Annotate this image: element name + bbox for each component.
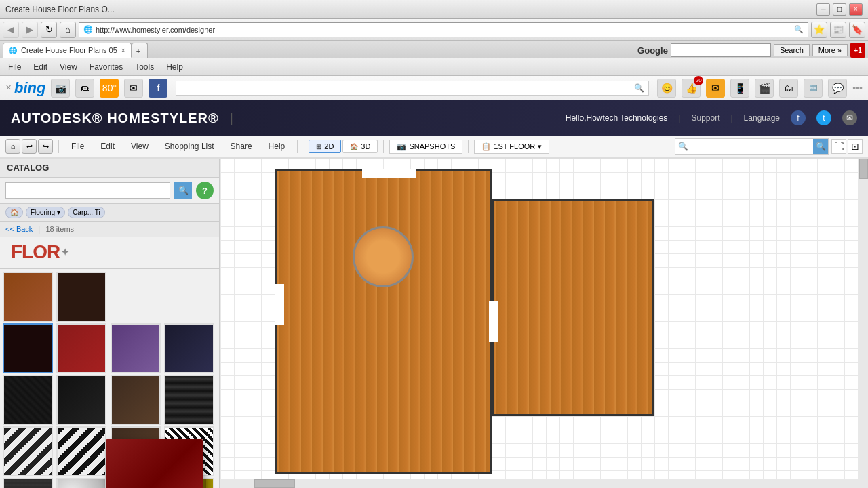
- catalog-help-button[interactable]: ?: [196, 182, 214, 199]
- maximize-button[interactable]: □: [833, 3, 846, 16]
- bing-icon-6[interactable]: 🗂: [779, 79, 798, 98]
- active-tab[interactable]: 🌐 Create House Floor Plans 05 ×: [3, 43, 132, 58]
- back-link[interactable]: << Back: [5, 225, 33, 233]
- app-menu-edit[interactable]: Edit: [94, 139, 121, 154]
- bing-coupon-icon[interactable]: 🎟: [75, 79, 94, 98]
- bing-icon-4[interactable]: 📱: [730, 79, 749, 98]
- zoom-in-button[interactable]: ⛶: [831, 139, 846, 154]
- google-label: Google: [637, 45, 668, 56]
- app-menu-view[interactable]: View: [124, 139, 155, 154]
- tile-1[interactable]: [3, 272, 53, 322]
- bing-mail-icon[interactable]: ✉: [124, 79, 143, 98]
- back-button[interactable]: ◀: [3, 22, 19, 38]
- menu-tools[interactable]: Tools: [130, 61, 159, 73]
- tile-7[interactable]: [111, 323, 161, 373]
- facebook-icon[interactable]: f: [791, 110, 806, 125]
- twitter-icon[interactable]: t: [816, 110, 831, 125]
- minimize-button[interactable]: ─: [816, 3, 830, 16]
- bing-logo: bing: [14, 79, 45, 97]
- tile-10[interactable]: [56, 375, 106, 425]
- close-button[interactable]: ×: [849, 3, 863, 16]
- refresh-button[interactable]: ↻: [41, 22, 57, 38]
- horizontal-scrollbar[interactable]: [220, 479, 859, 488]
- tooltip-popup: © Carpet Tile: Fedora (Brick - Monolithi…: [105, 439, 203, 488]
- vertical-scrollbar[interactable]: [859, 159, 868, 488]
- rss-button[interactable]: 📰: [830, 22, 846, 38]
- favorites-bar-button[interactable]: 🔖: [849, 22, 865, 38]
- room-main[interactable]: [275, 169, 492, 474]
- tile-13[interactable]: [3, 426, 53, 476]
- menu-file[interactable]: File: [3, 61, 26, 73]
- scrollbar-thumb[interactable]: [859, 159, 868, 179]
- app-menu-share[interactable]: Share: [224, 139, 259, 154]
- search-button[interactable]: Search: [774, 44, 810, 56]
- google-search-input[interactable]: [671, 43, 771, 57]
- bing-icon-5[interactable]: 🎬: [755, 79, 774, 98]
- app-menu-help[interactable]: Help: [262, 139, 292, 154]
- bing-icon-7[interactable]: 💬: [828, 79, 847, 98]
- app-menu-shopping[interactable]: Shopping List: [158, 139, 221, 154]
- app-search-input[interactable]: [691, 142, 813, 150]
- bing-search-input[interactable]: [180, 84, 634, 92]
- tile-11[interactable]: [111, 375, 161, 425]
- tile-9[interactable]: [3, 375, 53, 425]
- round-table[interactable]: [353, 226, 414, 287]
- catalog-search-button[interactable]: 🔍: [174, 182, 192, 199]
- app-home-btn[interactable]: ⌂: [5, 139, 20, 154]
- toolbar-divider-4: [468, 140, 469, 153]
- breadcrumb-carpet[interactable]: Carp... Ti: [68, 207, 105, 218]
- more-button[interactable]: More »: [812, 44, 848, 56]
- address-bar[interactable]: 🌐 http://www.homestyler.com/designer 🔍: [79, 22, 808, 37]
- tile-14[interactable]: [56, 426, 106, 476]
- title-bar-left: Create House Floor Plans O...: [5, 5, 115, 14]
- bing-bar: ✕ bing 📷 🎟 80° ✉ f 🔍 😊 👍 20 ✉ 📱 🎬 🗂 🆕 💬 …: [0, 76, 868, 100]
- search-go-button[interactable]: 🔍: [813, 139, 828, 154]
- catalog-search-input[interactable]: [5, 182, 170, 199]
- tile-2[interactable]: [56, 272, 106, 322]
- tile-6[interactable]: [56, 323, 106, 373]
- menu-favorites[interactable]: Favorites: [84, 61, 128, 73]
- tile-8[interactable]: [164, 323, 214, 373]
- support-link[interactable]: Support: [691, 113, 719, 123]
- catalog-search-bar: 🔍 ?: [0, 178, 219, 204]
- snapshots-button[interactable]: 📷 SNAPSHOTS: [389, 140, 462, 154]
- breadcrumb-flooring[interactable]: Flooring ▾: [26, 207, 65, 218]
- bing-weather-icon[interactable]: 80°: [100, 79, 119, 98]
- tab-close-button[interactable]: ×: [121, 47, 125, 54]
- btn-3d[interactable]: 🏠 3D: [342, 140, 378, 153]
- bing-icon-1[interactable]: 😊: [657, 79, 676, 98]
- star-button[interactable]: ⭐: [811, 22, 827, 38]
- language-dropdown[interactable]: Language: [744, 113, 780, 123]
- breadcrumb-home[interactable]: 🏠: [5, 207, 23, 218]
- new-tab-button[interactable]: +: [132, 43, 148, 58]
- email-icon[interactable]: ✉: [842, 110, 857, 125]
- bing-search-icon[interactable]: 🔍: [634, 83, 644, 93]
- tile-17[interactable]: [3, 478, 53, 488]
- app-search-bar[interactable]: 🔍 🔍: [675, 138, 829, 155]
- room-right[interactable]: [492, 199, 654, 416]
- bing-facebook-icon[interactable]: f: [149, 79, 167, 98]
- bing-new-icon[interactable]: 🆕: [804, 79, 823, 98]
- menu-view[interactable]: View: [54, 61, 83, 73]
- bing-camera-icon[interactable]: 📷: [51, 79, 70, 98]
- canvas-area[interactable]: [220, 159, 868, 488]
- zoom-out-button[interactable]: ⊡: [848, 139, 863, 154]
- menu-help[interactable]: Help: [161, 61, 189, 73]
- bing-overflow[interactable]: •••: [852, 83, 863, 94]
- h-scrollbar-thumb[interactable]: [254, 479, 295, 488]
- bing-icon-3[interactable]: ✉: [706, 79, 725, 98]
- forward-button[interactable]: ▶: [22, 22, 38, 38]
- bing-search-bar[interactable]: 🔍: [176, 81, 649, 96]
- btn-2d[interactable]: ⊞ 2D: [309, 140, 341, 153]
- floor-button[interactable]: 📋 1ST FLOOR ▾: [474, 140, 549, 154]
- menu-edit[interactable]: Edit: [28, 61, 53, 73]
- app-redo-btn[interactable]: ↪: [38, 139, 53, 154]
- app-undo-btn[interactable]: ↩: [22, 139, 37, 154]
- bing-close[interactable]: ✕: [5, 83, 12, 92]
- tile-18[interactable]: [56, 478, 106, 488]
- bing-notif: 👍 20: [682, 79, 701, 98]
- app-menu-file[interactable]: File: [64, 139, 91, 154]
- tile-5[interactable]: [3, 323, 53, 373]
- home-button[interactable]: ⌂: [60, 22, 76, 38]
- tile-12[interactable]: [164, 375, 214, 425]
